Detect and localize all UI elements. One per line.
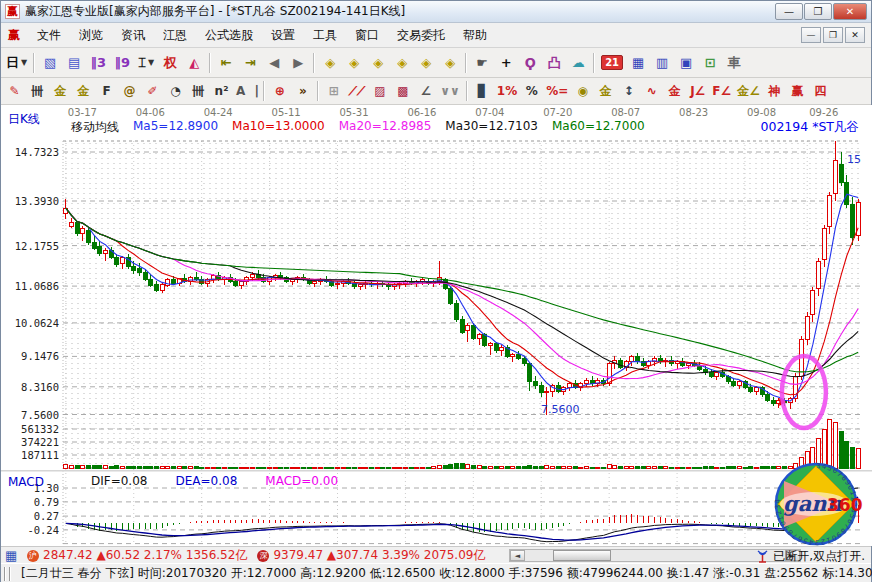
next-page-icon[interactable]: ▶ [286, 51, 310, 75]
multi-chart-9-icon[interactable]: ‖9 [110, 51, 134, 75]
crosshair-icon[interactable]: + [494, 51, 518, 75]
adjust-price-icon[interactable]: 权 [158, 51, 182, 75]
market-icon-1: 深 [257, 550, 269, 562]
mdi-minimize-button[interactable]: — [801, 27, 821, 43]
ying-angle-icon[interactable]: 赢 [786, 81, 809, 102]
calendar-21-icon[interactable]: 21 [598, 51, 626, 75]
clock-3-icon[interactable]: ◔ [164, 81, 187, 102]
price-mark-icon[interactable]: ↕ [617, 81, 640, 102]
shade-box-icon[interactable]: ▩ [391, 81, 414, 102]
column-stat-icon[interactable]: ▊ [471, 81, 494, 102]
a-channel-icon[interactable]: A⎹ [233, 81, 260, 102]
menu-item-5[interactable]: 设置 [262, 24, 304, 47]
title-bar: 赢 赢家江恩专业版[赢家内部服务平台] - [*ST凡谷 SZ002194-14… [1, 1, 871, 23]
toolbar-separator [317, 81, 319, 101]
gold-box-icon[interactable]: 金 [663, 81, 686, 102]
trade-truck-icon[interactable]: 車 [722, 51, 746, 75]
menu-item-4[interactable]: 公式选股 [196, 24, 262, 47]
diamond-hswap-icon[interactable]: ◈ [366, 51, 390, 75]
double-wave-icon[interactable]: ∿ [640, 81, 663, 102]
multi-chart-3-icon[interactable]: ‖3 [86, 51, 110, 75]
spiral-icon[interactable]: @ [118, 81, 141, 102]
menu-item-7[interactable]: 窗口 [346, 24, 388, 47]
x-axis-date-7: 07-20 [543, 107, 572, 118]
fan-box-icon[interactable]: ▨ [368, 81, 391, 102]
ma-header: 移动均线 Ma5=12.8900Ma10=13.0000Ma20=12.8985… [71, 119, 659, 136]
j-angle-icon[interactable]: J∠ [686, 81, 709, 102]
candle-type-button[interactable]: ⌶▼ [134, 51, 158, 75]
minimize-button[interactable]: — [775, 3, 803, 20]
diamond-compress-icon[interactable]: ◈ [390, 51, 414, 75]
last-page-icon[interactable]: ⇥ [238, 51, 262, 75]
ruler-hash-icon[interactable]: 卌 [187, 81, 210, 102]
scroll-left-arrow[interactable]: ◄ [510, 550, 525, 561]
volume-axis-label-0: 561332 [3, 423, 59, 435]
menu-item-1[interactable]: 浏览 [70, 24, 112, 47]
mdi-close-button[interactable]: ✕ [845, 27, 865, 43]
toolbar-separator [263, 81, 265, 101]
more-tools-icon[interactable]: » [291, 81, 314, 102]
percent-icon[interactable]: % [520, 81, 543, 102]
angle-lines-icon[interactable]: ∠ [414, 81, 437, 102]
compass-icon[interactable]: ⊕ [268, 81, 291, 102]
magnifier-icon[interactable]: Ϙ [518, 51, 542, 75]
si-angle-icon[interactable]: 四 [809, 81, 832, 102]
gold-fence-b-icon[interactable]: 金 [72, 81, 95, 102]
pen-ruler-icon[interactable]: ✐ [141, 81, 164, 102]
menu-item-6[interactable]: 工具 [304, 24, 346, 47]
menu-item-8[interactable]: 交易委托 [388, 24, 454, 47]
gold-fence-a-icon[interactable]: 金 [49, 81, 72, 102]
x-axis-date-1: 04-06 [136, 107, 165, 118]
draw-pen-icon[interactable]: ✎ [3, 81, 26, 102]
menu-item-2[interactable]: 资讯 [112, 24, 154, 47]
diamond-vexpand-icon[interactable]: ◈ [438, 51, 462, 75]
f-fence-icon[interactable]: F [95, 81, 118, 102]
connection-status[interactable]: 已断开,双点打开. [756, 548, 865, 565]
maximize-button[interactable]: ❐ [804, 3, 832, 20]
first-page-icon[interactable]: ⇤ [214, 51, 238, 75]
diamond-left-icon[interactable]: ◈ [318, 51, 342, 75]
scroll-thumb[interactable] [553, 550, 611, 561]
save-icon[interactable]: ▣ [674, 51, 698, 75]
low-price-annotation: 7.5600 [541, 403, 580, 416]
menu-item-3[interactable]: 江恩 [154, 24, 196, 47]
mdi-restore-button[interactable]: ❐ [823, 27, 843, 43]
prev-page-icon[interactable]: ◀ [262, 51, 286, 75]
frame-grid-icon[interactable]: ⊞ [322, 81, 345, 102]
gann-grid-icon[interactable]: 卌 [26, 81, 49, 102]
wave-v-icon[interactable]: ∨∨ [437, 81, 463, 102]
cloud-icon[interactable]: ☁ [566, 51, 590, 75]
diamond-cross-icon[interactable]: ◈ [414, 51, 438, 75]
gold-angle-icon[interactable]: 金∠ [734, 81, 763, 102]
scroll-track[interactable] [525, 550, 785, 561]
gann-fan-icon[interactable]: ⟋⟋ [345, 81, 368, 102]
macd-axis-label-2: 0.27 [3, 510, 59, 522]
f-angle-icon[interactable]: F∠ [709, 81, 734, 102]
percent-line-icon[interactable]: 1% [494, 81, 520, 102]
notepad-icon[interactable]: ▥ [650, 51, 674, 75]
overlay-chart-icon[interactable]: ▧ [38, 51, 62, 75]
period-day-button[interactable]: 日▼ [3, 51, 30, 75]
snapshot-icon[interactable]: ⊡ [698, 51, 722, 75]
toolbar-separator [33, 53, 35, 73]
percent-levels-icon[interactable]: %= [543, 81, 571, 102]
bar-info-text: [二月廿三 春分 下弦] 时间:20170320 开:12.7000 高:12.… [15, 566, 872, 582]
macd-axis-label-3: -0.24 [3, 524, 59, 536]
chart-plot[interactable]: 34567890123456789012345678901234 gann 36… [1, 105, 872, 546]
info-list-icon[interactable]: ▤ [62, 51, 86, 75]
menu-item-9[interactable]: 帮助 [454, 24, 496, 47]
diamond-right-icon[interactable]: ◈ [342, 51, 366, 75]
color-chart-icon[interactable]: ◭ [182, 51, 206, 75]
n-square-icon[interactable]: n² [210, 81, 233, 102]
hand-icon[interactable]: ☛ [470, 51, 494, 75]
gold-ring-icon[interactable]: ◉ [571, 81, 594, 102]
calculator-icon[interactable]: ▦ [626, 51, 650, 75]
calendar-grid-icon[interactable]: ▦ [5, 548, 17, 563]
shen-angle-icon[interactable]: 神 [763, 81, 786, 102]
gold-levels-icon[interactable]: 金 [594, 81, 617, 102]
ma-value-2: Ma10=13.0000 [232, 119, 325, 136]
menu-item-0[interactable]: 文件 [28, 24, 70, 47]
close-button[interactable]: ✕ [833, 3, 867, 20]
box-tool-icon[interactable]: 凸 [542, 51, 566, 75]
x-axis-date-10: 09-08 [747, 107, 776, 118]
